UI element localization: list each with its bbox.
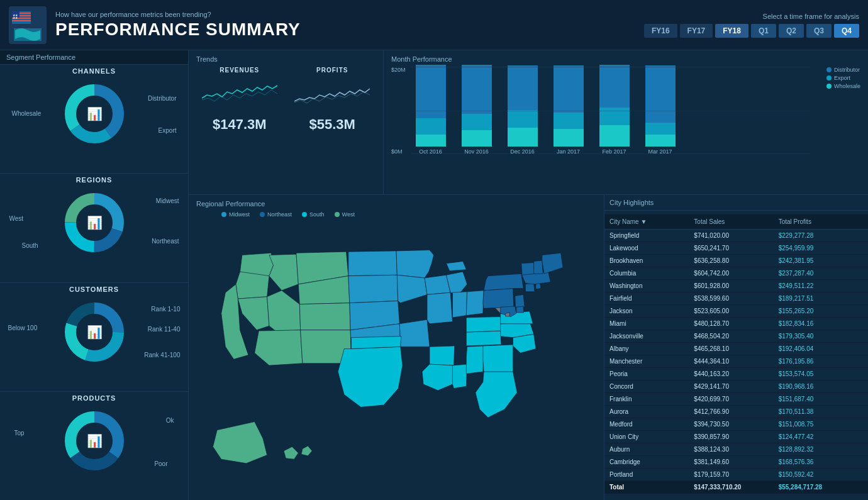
export-dot: [826, 75, 832, 81]
dist-bar: [462, 65, 492, 114]
wholesale-bar: [462, 130, 492, 147]
svg-marker-74: [515, 294, 525, 307]
export-bar: [554, 113, 584, 129]
bar-jan2017: Jan 2017: [551, 65, 586, 155]
svg-marker-57: [466, 291, 484, 316]
dist-bar: [508, 65, 538, 110]
fy16-button[interactable]: FY16: [644, 24, 677, 38]
svg-marker-46: [348, 275, 398, 303]
city-sales: $420,699.70: [694, 396, 778, 403]
svg-marker-39: [299, 303, 350, 330]
svg-marker-62: [452, 364, 467, 388]
city-profits: $128,892.32: [779, 446, 863, 453]
col-profits[interactable]: Total Profits: [779, 218, 863, 225]
city-sales: $741,020.00: [694, 232, 778, 239]
q1-button[interactable]: Q1: [751, 24, 776, 38]
svg-marker-44: [301, 446, 312, 456]
table-row: Manchester $444,364.10 $176,195.86: [604, 355, 868, 368]
distributor-label: Distributor: [148, 95, 177, 102]
city-profits: $189,217.51: [779, 295, 863, 302]
table-row: Springfield $741,020.00 $229,277.28: [604, 230, 868, 242]
city-sales: $604,742.00: [694, 270, 778, 277]
city-profits: $176,195.86: [779, 358, 863, 365]
city-profits: $124,477.42: [779, 433, 863, 440]
city-profits: $192,406.04: [779, 345, 863, 352]
main-content: Segment Performance CHANNELS Distributor…: [0, 50, 868, 500]
table-row: Portland $179,159.70 $150,592.42: [604, 469, 868, 481]
table-row: Columbia $604,742.00 $237,287.40: [604, 267, 868, 280]
total-row: Total $147,333,710.20 $55,284,717.28: [604, 481, 868, 494]
total-sales: $147,333,710.20: [694, 484, 778, 491]
trends-title: Trends: [196, 55, 376, 63]
table-row: Aurora $412,766.90 $170,511.38: [604, 406, 868, 418]
distributor-dot: [826, 67, 832, 72]
regions-title: REGIONS: [76, 176, 113, 184]
map-legend: Midwest Northeast South West: [221, 211, 596, 218]
total-label: Total: [609, 484, 694, 491]
city-profits: $150,592.42: [779, 471, 863, 478]
city-title: City Highlights: [604, 195, 868, 211]
city-name: Fairfield: [609, 295, 694, 302]
month-performance: Month Performance $20M $0M: [384, 50, 868, 194]
total-profits: $55,284,717.28: [779, 484, 863, 491]
top-label: Top: [14, 430, 25, 436]
city-name: Lakewood: [609, 245, 694, 252]
wholesale-bar: [599, 125, 630, 147]
profits-item: PROFITS $55.3M: [289, 67, 376, 133]
channels-title: CHANNELS: [72, 67, 116, 75]
svg-marker-72: [483, 289, 514, 309]
fy17-button[interactable]: FY17: [680, 24, 713, 38]
northeast-dot: [260, 212, 265, 217]
svg-marker-69: [476, 372, 517, 418]
table-row: Miami $480,128.70 $182,834.16: [604, 318, 868, 330]
top-row: Trends REVENUES $147.3M PROFITS: [189, 50, 868, 195]
city-profits: $237,287.40: [779, 270, 863, 277]
month-title: Month Performance: [391, 55, 860, 63]
west-label: West: [9, 215, 24, 222]
profits-sparkline: [294, 76, 370, 111]
channels-section: CHANNELS Distributor Export Wholesale 📊: [0, 65, 188, 174]
city-sales: $388,124.30: [694, 446, 778, 453]
wholesale-bar: [508, 128, 538, 147]
svg-marker-50: [397, 275, 427, 303]
q3-button[interactable]: Q3: [806, 24, 832, 38]
q4-button[interactable]: Q4: [834, 24, 859, 38]
svg-marker-75: [516, 306, 524, 313]
export-bar: [462, 114, 492, 130]
regions-section: REGIONS Midwest Northeast West South 📊: [0, 174, 188, 282]
col-city[interactable]: City Name ▼: [609, 218, 694, 225]
dist-bar: [599, 65, 630, 108]
city-profits: $151,008.75: [779, 421, 863, 428]
period-buttons: FY16 FY17 FY18 Q1 Q2 Q3 Q4: [644, 24, 859, 38]
city-name: Franklin: [609, 396, 694, 403]
south-label: South: [22, 242, 38, 249]
table-row: Peoria $440,163.20 $153,574.05: [604, 368, 868, 381]
legend-northeast: Northeast: [260, 211, 292, 218]
header-title: PERFORMANCE SUMMARY: [55, 19, 644, 40]
city-profits: $151,687.40: [779, 396, 863, 403]
city-sales: $650,241.70: [694, 245, 778, 252]
logo: ★★ ★★: [9, 6, 47, 44]
header-text: How have our performance metrics been tr…: [55, 11, 644, 40]
dist-bar: [645, 65, 676, 123]
city-sales: $468,504.20: [694, 333, 778, 340]
svg-text:📊: 📊: [86, 325, 102, 340]
city-name: Washington: [609, 282, 694, 289]
distributor-legend-label: Distributor: [834, 67, 860, 73]
city-name: Concord: [609, 383, 694, 390]
svg-marker-52: [425, 275, 450, 294]
export-bar: [416, 118, 446, 135]
bar-oct2016: Oct 2016: [413, 65, 448, 155]
svg-marker-82: [542, 253, 563, 274]
month-legend: Distributor Export Wholesale: [826, 67, 860, 89]
col-sales[interactable]: Total Sales: [694, 218, 778, 225]
city-profits: $182,834.16: [779, 320, 863, 327]
city-sales: $394,730.50: [694, 421, 778, 428]
fy18-button[interactable]: FY18: [715, 24, 748, 38]
segment-header: Segment Performance: [0, 50, 188, 65]
q2-button[interactable]: Q2: [779, 24, 804, 38]
bar-mar2017: Mar 2017: [643, 65, 677, 155]
svg-marker-42: [213, 422, 267, 464]
table-header: City Name ▼ Total Sales Total Profits: [604, 214, 868, 230]
trends-charts: REVENUES $147.3M PROFITS: [196, 67, 376, 133]
